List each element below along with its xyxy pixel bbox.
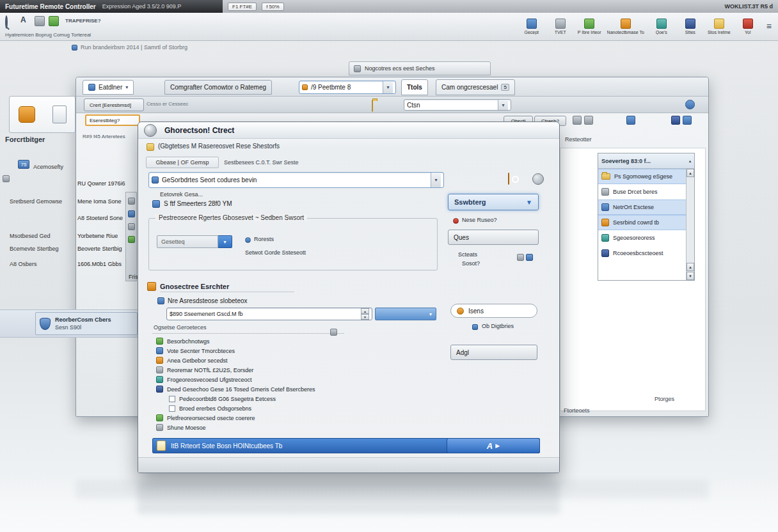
main-toolbar: A TRAPEFRISE? Hyatremicen Boprug Comug T… bbox=[0, 13, 778, 41]
list-icon bbox=[656, 19, 667, 29]
list-item[interactable]: Rcoeoesbcscteoest bbox=[598, 246, 686, 261]
toolbar-button-tvet[interactable]: TVET bbox=[546, 13, 575, 39]
scroll-up-icon-2[interactable]: ▲ bbox=[687, 263, 694, 271]
folder-icon[interactable] bbox=[372, 100, 373, 112]
list-item[interactable]: NetrOrt Esctese bbox=[598, 199, 686, 215]
chart-icon[interactable] bbox=[49, 16, 59, 26]
app-title: Futuretime Remote Controller bbox=[5, 3, 96, 10]
export-icon[interactable] bbox=[683, 116, 692, 125]
calendar-icon bbox=[621, 19, 631, 29]
scroll-up-icon[interactable]: ▲ bbox=[687, 169, 694, 177]
list-item[interactable]: Buse Drcet beres bbox=[598, 184, 686, 199]
globe-icon[interactable] bbox=[532, 173, 544, 185]
connection-item[interactable]: Shune Moesoe bbox=[156, 423, 206, 432]
right-panel-header[interactable]: Soeverteg 83:0 f... ▴ bbox=[598, 153, 694, 169]
dialog-menu[interactable]: Gbease | OF Gemsp bbox=[146, 157, 219, 168]
hand-icon[interactable] bbox=[19, 106, 35, 123]
toolbar-button-yo[interactable]: Yo! bbox=[734, 13, 762, 39]
help-icon[interactable] bbox=[685, 100, 695, 109]
left-action-button[interactable]: Eserestbteg? bbox=[85, 114, 140, 126]
user-card-subtitle: Sesn S90l bbox=[55, 324, 111, 331]
grid-icon[interactable] bbox=[573, 116, 582, 125]
connection-item[interactable]: Pletfreoreorsecsed osecte coerere bbox=[156, 414, 255, 422]
checkbox[interactable] bbox=[169, 405, 175, 412]
text-tool-icon[interactable]: A bbox=[20, 15, 26, 24]
bar-chart-icon bbox=[584, 19, 594, 29]
breadcrumb: Run brandeirbsm 2014 | Samrtl of Storbrg bbox=[72, 42, 187, 52]
checkbox[interactable] bbox=[169, 396, 175, 402]
scroll-down-icon[interactable]: ▼ bbox=[687, 272, 694, 280]
accent-arrow-icon: ▾ bbox=[429, 311, 432, 317]
tab-primary[interactable]: Eatdlner ▾ bbox=[83, 80, 134, 95]
inner-combo-arrow[interactable]: ▾ bbox=[498, 100, 508, 110]
table-icon[interactable] bbox=[584, 116, 593, 125]
list-item[interactable]: Sgeoesoreoress bbox=[598, 230, 686, 246]
connection-item-checkbox[interactable]: Broed ererbes Odsgorsebns bbox=[169, 404, 251, 412]
connection-item-checkbox[interactable]: Pedecoortbtd8 G06 Ssegetra Eetcess bbox=[169, 395, 276, 403]
left-box-title[interactable]: Crert [Eeresbmsd] bbox=[84, 98, 144, 111]
tab-secondary[interactable]: Cam ongcrescesael 5 bbox=[436, 79, 515, 95]
menu-icon[interactable]: ≡ bbox=[763, 21, 775, 31]
connection-item[interactable]: Vote Secnter Tmorcbteces bbox=[156, 347, 235, 355]
right-panel: Soeverteg 83:0 f... ▴ Ps Sgomoweg eSgese… bbox=[598, 153, 695, 281]
tab-secondary-badge: 5 bbox=[501, 84, 509, 91]
server-combo-arrow[interactable]: ▾ bbox=[431, 173, 441, 187]
titlebar-right: F1 FT#E f 50% WOKLIST.3T R5 d bbox=[223, 0, 778, 13]
address-combo[interactable]: /9 Peetbmte 8 ▾ bbox=[299, 81, 396, 94]
list-small-icon[interactable] bbox=[517, 254, 524, 261]
sorting-button[interactable]: Sswbterg ▼ bbox=[448, 194, 539, 210]
digits-icon bbox=[472, 324, 478, 330]
adgl-button[interactable]: Adgl bbox=[450, 345, 537, 360]
stepper-down-icon[interactable]: ▾ bbox=[361, 314, 369, 320]
search-icon[interactable] bbox=[5, 17, 8, 28]
toolbar-button-gecept[interactable]: Gecept bbox=[518, 13, 546, 39]
key-icon[interactable] bbox=[508, 173, 509, 185]
server-icon bbox=[152, 176, 159, 184]
service-icon bbox=[156, 357, 163, 364]
stepper-up-icon[interactable]: ▴ bbox=[361, 308, 369, 314]
document-icon bbox=[601, 188, 609, 196]
connection-item[interactable]: Deed Gesechoo Gese 16 Tosed Gmeris Cetef… bbox=[156, 385, 315, 393]
list-item[interactable]: Ps Sgomoweg eSgese bbox=[598, 169, 686, 184]
tab-tools[interactable]: Ttols bbox=[401, 79, 428, 95]
combo-accent[interactable]: ▾ bbox=[375, 308, 436, 320]
right-panel-scrollbar[interactable]: ▲ ▲ ▼ bbox=[686, 169, 694, 280]
list-item[interactable]: Sesrbind cowrd tb bbox=[598, 215, 686, 230]
address-combo-icon bbox=[302, 84, 308, 90]
ques-button[interactable]: Ques bbox=[448, 230, 539, 245]
monitor-icon[interactable] bbox=[35, 16, 45, 26]
connection-item[interactable]: Anea Getbebor secedst bbox=[156, 356, 228, 364]
connection-item[interactable]: Reoremar NOTfL £2U2S, Eorsder bbox=[156, 366, 253, 374]
toolbar-button-sttes[interactable]: Sttes bbox=[676, 13, 704, 39]
launch-button[interactable]: A ▶ bbox=[447, 438, 540, 453]
mode-dropdown-arrow[interactable]: ▾ bbox=[218, 235, 232, 248]
mode-dropdown[interactable]: Gesetteq ▾ bbox=[157, 235, 232, 248]
dialog-subtitle: (Gbgtetses M Rasereosvet Rese Shestorfs bbox=[158, 143, 280, 150]
link-new-ruseo[interactable]: Nese Ruseo? bbox=[462, 217, 497, 223]
grid-small-icon[interactable] bbox=[526, 254, 533, 261]
toolbar-button-sizes[interactable]: Stos Iretme bbox=[705, 13, 733, 39]
panel-icon[interactable] bbox=[626, 116, 635, 125]
connection-item[interactable]: Besorbchnotwgs bbox=[156, 337, 210, 345]
items-button[interactable]: Isens bbox=[450, 304, 537, 318]
refresh-icon bbox=[743, 19, 753, 29]
server-combo[interactable]: GeSorbdrtes Seort codures bevin ▾ bbox=[148, 172, 444, 188]
left-meta-label: R#9 f45 Arteretees bbox=[83, 134, 125, 139]
page-icon[interactable] bbox=[52, 106, 67, 123]
inner-combo[interactable]: Ctsn ▾ bbox=[404, 99, 511, 111]
address-combo-arrow[interactable]: ▾ bbox=[383, 81, 393, 93]
dialog-titlebar[interactable]: Ghorectson! Ctrect bbox=[138, 122, 559, 139]
connection-item[interactable]: Frogeoreosvecoesd Ufgstreceoct bbox=[156, 375, 252, 384]
settings-icon bbox=[601, 234, 609, 242]
toolbar-button-nano[interactable]: Nanotectbmase To bbox=[605, 13, 647, 39]
toolbar-button-qoes[interactable]: Qoe's bbox=[647, 13, 676, 39]
user-card[interactable]: ReorberCosm Cbers Sesn S90l bbox=[35, 312, 138, 335]
group-value-bottom: Setwot Gorde Ssteseott bbox=[245, 249, 306, 256]
segment-combo[interactable]: $890 Sseemenert Gscd.M fb ▴ ▾ bbox=[166, 308, 372, 320]
background-tab[interactable]: Nogcotres ecs eest Seches bbox=[349, 61, 491, 75]
toolbar-button-more[interactable]: P Ibre Irteor bbox=[575, 13, 604, 39]
collapse-icon[interactable]: ▴ bbox=[689, 159, 691, 163]
report-icon[interactable] bbox=[671, 116, 680, 125]
warning-icon bbox=[601, 219, 609, 226]
stepper[interactable]: ▴ ▾ bbox=[361, 308, 369, 320]
